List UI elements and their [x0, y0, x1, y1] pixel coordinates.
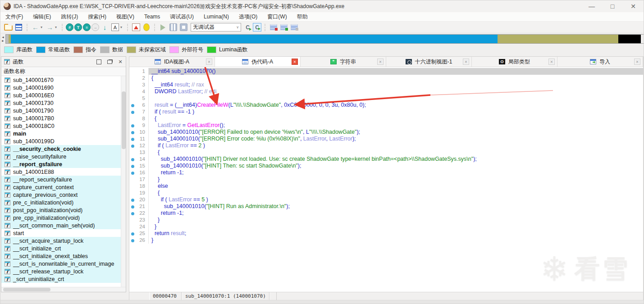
- tab-导入[interactable]: 导入×: [557, 57, 643, 67]
- navband-left-arrow-icon[interactable]: ◄: [1, 36, 5, 39]
- breakpoint-dot[interactable]: [131, 131, 134, 134]
- menu-item[interactable]: 视图(V): [111, 12, 139, 21]
- function-list-item[interactable]: sub_140001790: [1, 107, 126, 114]
- function-list-item[interactable]: sub_14000199D: [1, 137, 126, 145]
- navband-segment[interactable]: [641, 35, 644, 43]
- breakpoint-dot[interactable]: [131, 205, 134, 209]
- maximize-button[interactable]: □: [602, 0, 623, 12]
- menu-item[interactable]: 窗口(W): [262, 12, 292, 21]
- jump-name-icon[interactable]: T: [74, 23, 82, 31]
- function-list-item[interactable]: capture_previous_context: [1, 191, 126, 199]
- tab-close-icon[interactable]: ×: [206, 59, 212, 65]
- tab-伪代码-A[interactable]: 伪代码-A×: [215, 57, 301, 67]
- nav-back-caret[interactable]: ▾: [41, 25, 45, 29]
- function-list-item[interactable]: __scrt_is_nonwritable_in_current_image: [1, 260, 126, 268]
- bookmark-dot-icon[interactable]: [142, 23, 151, 32]
- function-list-item[interactable]: pre_cpp_initialization(void): [1, 214, 126, 222]
- pseudocode-c-icon[interactable]: C: [253, 23, 261, 32]
- function-list-item[interactable]: pre_c_initialization(void): [1, 199, 126, 206]
- debug-pause-icon[interactable]: [169, 23, 178, 32]
- function-list-item[interactable]: __scrt_initialize_crt: [1, 245, 126, 252]
- function-list-item[interactable]: sub_140001730: [1, 99, 126, 107]
- panel-float-icon[interactable]: [107, 59, 112, 64]
- hscroll-thumb[interactable]: [3, 288, 50, 291]
- functions-horizontal-scrollbar[interactable]: [1, 287, 126, 292]
- tab-字符串[interactable]: ❞字符串×: [301, 57, 386, 67]
- code-line[interactable]: 21 sub_140001010("[HINT] Run as Administ…: [129, 203, 643, 210]
- menu-item[interactable]: 编辑(E): [28, 12, 56, 21]
- tab-close-icon[interactable]: ×: [377, 59, 384, 65]
- code-line[interactable]: 19 {: [129, 190, 643, 196]
- code-line[interactable]: 18 else: [129, 183, 643, 190]
- function-list-item[interactable]: sub_140001670: [1, 76, 126, 84]
- function-list-item[interactable]: __scrt_acquire_startup_lock: [1, 237, 126, 245]
- code-line[interactable]: 10 sub_140001010("[ERROR] Failed to open…: [129, 129, 643, 136]
- tab-close-icon[interactable]: ×: [463, 59, 469, 65]
- view-list-2-icon[interactable]: [279, 23, 288, 32]
- jump-problem-icon[interactable]: →: [91, 23, 99, 31]
- nav-back-icon[interactable]: ←: [31, 23, 40, 32]
- function-list-item[interactable]: __scrt_initialize_onexit_tables: [1, 252, 126, 260]
- navband-right-arrow-icon[interactable]: ►: [1, 39, 5, 43]
- breakpoint-dot[interactable]: [131, 104, 134, 107]
- breakpoint-dot[interactable]: [131, 138, 134, 141]
- breakpoint-dot[interactable]: [131, 158, 134, 161]
- code-line[interactable]: 20 if ( LastError == 5 ): [129, 196, 643, 203]
- code-line[interactable]: 17 }: [129, 176, 643, 183]
- code-line[interactable]: 9 LastError = GetLastError();: [129, 122, 643, 129]
- function-list-item[interactable]: post_pgo_initialization(void): [1, 206, 126, 214]
- code-line[interactable]: 14 sub_140001010("[HINT] Driver not load…: [129, 156, 643, 163]
- code-line[interactable]: 24 }: [129, 223, 643, 230]
- code-line[interactable]: 13 {: [129, 149, 643, 156]
- breakpoint-dot[interactable]: [131, 232, 134, 236]
- open-file-icon[interactable]: [4, 23, 13, 32]
- code-line[interactable]: 25 return result;: [129, 230, 643, 237]
- menu-item[interactable]: 跳转(J): [56, 12, 83, 21]
- text-search-caret[interactable]: ▾: [120, 25, 124, 29]
- debug-stop-icon[interactable]: [179, 23, 188, 32]
- code-line[interactable]: 3 __int64 result; // rax: [129, 82, 643, 88]
- function-list-item[interactable]: main: [1, 130, 126, 137]
- breakpoint-dot[interactable]: [131, 239, 134, 242]
- code-line[interactable]: 1__int64 sub_140001070(): [129, 68, 643, 75]
- navband-segment[interactable]: [11, 35, 498, 43]
- tab-close-icon[interactable]: ×: [548, 59, 555, 65]
- menu-item[interactable]: 选项(O): [234, 12, 262, 21]
- code-line[interactable]: 23 }: [129, 217, 643, 223]
- function-list-item[interactable]: sub_140001690: [1, 84, 126, 91]
- navigation-band[interactable]: [5, 34, 644, 44]
- function-list-item[interactable]: sub_1400017B0: [1, 114, 126, 122]
- menu-item[interactable]: 文件(F): [0, 12, 28, 21]
- text-search-icon[interactable]: [110, 23, 120, 32]
- navband-scroll-arrows[interactable]: ◄►: [0, 34, 5, 44]
- function-list-item[interactable]: _raise_securityfailure: [1, 153, 126, 160]
- code-line[interactable]: 12 if ( LastError == 2 ): [129, 142, 643, 149]
- jump-segment-icon[interactable]: ≡: [83, 23, 91, 31]
- close-button[interactable]: ✕: [623, 0, 644, 12]
- menu-item[interactable]: Teams: [139, 12, 165, 21]
- function-list-item[interactable]: _scrt_uninitialize_crt: [1, 275, 126, 283]
- view-list-3-icon[interactable]: [289, 23, 299, 32]
- code-line[interactable]: 6 result = (__int64)CreateFileW(L"\\\\.\…: [129, 102, 643, 109]
- panel-maximize-icon[interactable]: [96, 59, 101, 64]
- breakpoint-dot[interactable]: [131, 145, 134, 148]
- source-c-icon[interactable]: C: [243, 23, 252, 32]
- menu-item[interactable]: Lumina(N): [199, 12, 234, 21]
- code-line[interactable]: 7 if ( result == -1 ): [129, 109, 643, 115]
- vscroll-thumb[interactable]: [122, 91, 126, 149]
- code-line[interactable]: 16 return -1;: [129, 169, 643, 176]
- breakpoint-dot[interactable]: [131, 199, 134, 202]
- jump-address-icon[interactable]: #: [66, 23, 73, 31]
- breakpoint-marker-icon[interactable]: [131, 23, 141, 32]
- navband-segment[interactable]: [498, 35, 618, 43]
- function-list-item[interactable]: capture_current_context: [1, 183, 126, 191]
- code-line[interactable]: 11 sub_140001010("[ERROR] Error code: %l…: [129, 136, 643, 142]
- panel-close-icon[interactable]: ✕: [118, 59, 123, 64]
- code-line[interactable]: 4 DWORD LastError; // edi: [129, 88, 643, 95]
- save-icon[interactable]: [14, 23, 23, 32]
- breakpoint-dot[interactable]: [131, 212, 134, 215]
- view-list-1-icon[interactable]: [269, 23, 278, 32]
- function-name-column-header[interactable]: 函数名称: [1, 67, 126, 76]
- breakpoint-dot[interactable]: [131, 111, 134, 114]
- menu-item[interactable]: 帮助: [292, 12, 313, 21]
